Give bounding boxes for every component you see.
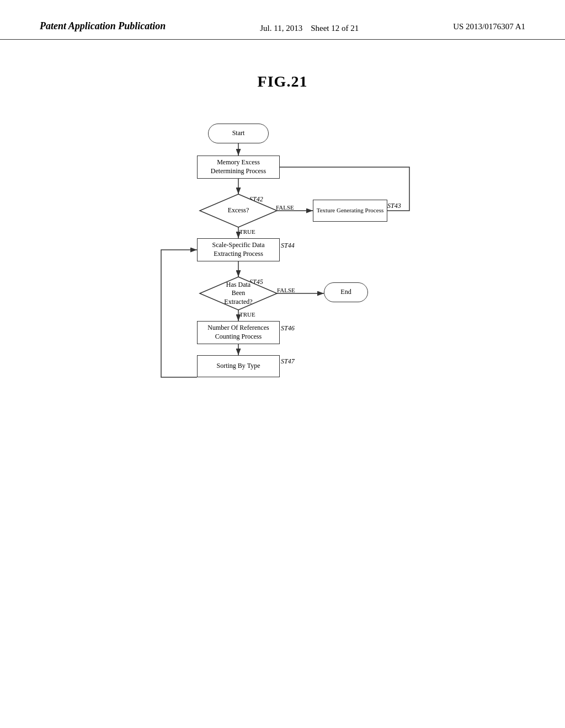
st44-node: Scale-Specific Data Extracting Process <box>197 238 280 261</box>
st42-diamond: Excess? <box>200 194 277 227</box>
true-label-2: TRUE <box>239 311 255 318</box>
page-header: Patent Application Publication Jul. 11, … <box>0 0 565 40</box>
st47-text: Sorting By Type <box>217 362 260 371</box>
st47-node: Sorting By Type <box>197 355 280 377</box>
st43-text: Texture Generating Process <box>317 206 383 214</box>
publication-label: Patent Application Publication <box>40 20 166 31</box>
flowchart: Start ST41 Memory Excess Determining Pro… <box>117 113 448 488</box>
sheet-number: Sheet 12 of 21 <box>311 24 359 33</box>
st44-label: ST44 <box>281 242 295 249</box>
false2-text: FALSE <box>277 287 295 293</box>
false-label-2: FALSE <box>277 287 295 293</box>
true2-text: TRUE <box>239 311 255 318</box>
svg-marker-10 <box>200 277 277 310</box>
header-left: Patent Application Publication <box>40 20 166 33</box>
diamond-svg-st42 <box>200 194 277 227</box>
publication-date: Jul. 11, 2013 <box>260 24 302 33</box>
end-node: End <box>324 282 368 302</box>
false-label-1: FALSE <box>276 204 294 211</box>
st46-label: ST46 <box>281 324 295 332</box>
diamond-svg-st45 <box>200 277 277 310</box>
step-label-st47: ST47 <box>281 357 295 366</box>
svg-marker-9 <box>200 194 277 227</box>
true-label-1: TRUE <box>239 228 255 235</box>
st43-node: Texture Generating Process <box>313 200 387 222</box>
end-label: End <box>340 288 351 297</box>
st46-node: Number Of References Counting Process <box>197 321 280 344</box>
start-label: Start <box>232 129 245 138</box>
step-label-st46: ST46 <box>281 324 295 333</box>
false1-text: FALSE <box>276 204 294 211</box>
step-label-st44: ST44 <box>281 242 295 250</box>
start-node: Start <box>208 124 269 143</box>
flowchart-arrows <box>117 113 448 488</box>
st41-node: Memory Excess Determining Process <box>197 156 280 179</box>
st45-diamond: Has Data Been Extracted? <box>200 277 277 310</box>
st46-text: Number Of References Counting Process <box>207 324 269 341</box>
fig-title-text: FIG.21 <box>258 73 308 90</box>
figure-title: FIG.21 <box>0 73 565 90</box>
true1-text: TRUE <box>239 228 255 235</box>
st41-text: Memory Excess Determining Process <box>211 158 266 175</box>
st44-text: Scale-Specific Data Extracting Process <box>212 241 265 258</box>
patent-number: US 2013/0176307 A1 <box>453 22 525 31</box>
header-center: Jul. 11, 2013 Sheet 12 of 21 <box>260 20 359 35</box>
st43-label: ST43 <box>387 202 401 210</box>
step-label-st43: ST43 <box>387 202 401 210</box>
st47-label: ST47 <box>281 357 295 365</box>
header-right: US 2013/0176307 A1 <box>453 20 525 31</box>
